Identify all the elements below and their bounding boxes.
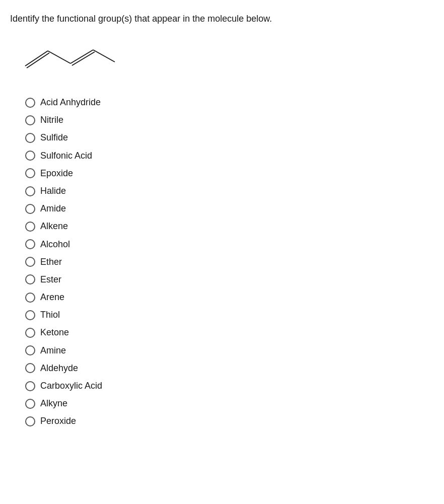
option-item-nitrile: Nitrile xyxy=(25,114,434,126)
label-thiol[interactable]: Thiol xyxy=(40,309,60,321)
radio-alkyne[interactable] xyxy=(25,399,35,409)
label-sulfide[interactable]: Sulfide xyxy=(40,131,68,144)
radio-acid-anhydride[interactable] xyxy=(25,98,35,108)
option-item-sulfide: Sulfide xyxy=(25,131,434,144)
molecule-svg xyxy=(20,36,121,81)
option-item-ester: Ester xyxy=(25,273,434,286)
label-ether[interactable]: Ether xyxy=(40,256,62,268)
radio-ester[interactable] xyxy=(25,274,35,284)
options-list: Acid AnhydrideNitrileSulfideSulfonic Aci… xyxy=(25,96,434,428)
svg-line-4 xyxy=(72,52,95,65)
option-item-ether: Ether xyxy=(25,256,434,268)
option-item-halide: Halide xyxy=(25,185,434,197)
option-item-alkyne: Alkyne xyxy=(25,397,434,410)
option-item-alkene: Alkene xyxy=(25,220,434,233)
label-epoxide[interactable]: Epoxide xyxy=(40,167,73,180)
option-item-thiol: Thiol xyxy=(25,309,434,321)
label-sulfonic-acid[interactable]: Sulfonic Acid xyxy=(40,150,92,162)
radio-aldehyde[interactable] xyxy=(25,363,35,373)
radio-sulfonic-acid[interactable] xyxy=(25,151,35,161)
radio-sulfide[interactable] xyxy=(25,133,35,143)
radio-nitrile[interactable] xyxy=(25,115,35,125)
svg-line-1 xyxy=(27,53,49,68)
radio-ether[interactable] xyxy=(25,257,35,267)
svg-line-2 xyxy=(48,51,70,63)
label-carboxylic-acid[interactable]: Carboxylic Acid xyxy=(40,380,102,392)
label-alkene[interactable]: Alkene xyxy=(40,220,68,233)
option-item-epoxide: Epoxide xyxy=(25,167,434,180)
label-nitrile[interactable]: Nitrile xyxy=(40,114,63,126)
label-acid-anhydride[interactable]: Acid Anhydride xyxy=(40,96,101,109)
svg-line-5 xyxy=(93,50,115,62)
label-peroxide[interactable]: Peroxide xyxy=(40,415,76,427)
radio-halide[interactable] xyxy=(25,186,35,196)
radio-ketone[interactable] xyxy=(25,328,35,338)
option-item-acid-anhydride: Acid Anhydride xyxy=(25,96,434,109)
option-item-ketone: Ketone xyxy=(25,326,434,339)
molecule-diagram xyxy=(20,36,434,81)
radio-alkene[interactable] xyxy=(25,222,35,232)
label-amine[interactable]: Amine xyxy=(40,344,66,357)
radio-amide[interactable] xyxy=(25,204,35,214)
option-item-amide: Amide xyxy=(25,202,434,215)
radio-carboxylic-acid[interactable] xyxy=(25,381,35,391)
option-item-carboxylic-acid: Carboxylic Acid xyxy=(25,380,434,392)
option-item-peroxide: Peroxide xyxy=(25,415,434,427)
radio-arene[interactable] xyxy=(25,293,35,303)
radio-epoxide[interactable] xyxy=(25,168,35,178)
svg-line-3 xyxy=(70,50,93,63)
label-aldehyde[interactable]: Aldehyde xyxy=(40,362,78,375)
radio-thiol[interactable] xyxy=(25,310,35,320)
option-item-alcohol: Alcohol xyxy=(25,238,434,251)
label-halide[interactable]: Halide xyxy=(40,185,66,197)
radio-peroxide[interactable] xyxy=(25,416,35,426)
label-ketone[interactable]: Ketone xyxy=(40,326,69,339)
radio-amine[interactable] xyxy=(25,345,35,355)
label-arene[interactable]: Arene xyxy=(40,291,64,304)
option-item-sulfonic-acid: Sulfonic Acid xyxy=(25,150,434,162)
option-item-aldehyde: Aldehyde xyxy=(25,362,434,375)
svg-line-0 xyxy=(25,51,48,66)
label-ester[interactable]: Ester xyxy=(40,273,61,286)
option-item-amine: Amine xyxy=(25,344,434,357)
question-text: Identify the functional group(s) that ap… xyxy=(10,12,434,26)
label-amide[interactable]: Amide xyxy=(40,202,66,215)
label-alkyne[interactable]: Alkyne xyxy=(40,397,67,410)
radio-alcohol[interactable] xyxy=(25,239,35,249)
label-alcohol[interactable]: Alcohol xyxy=(40,238,70,251)
option-item-arene: Arene xyxy=(25,291,434,304)
